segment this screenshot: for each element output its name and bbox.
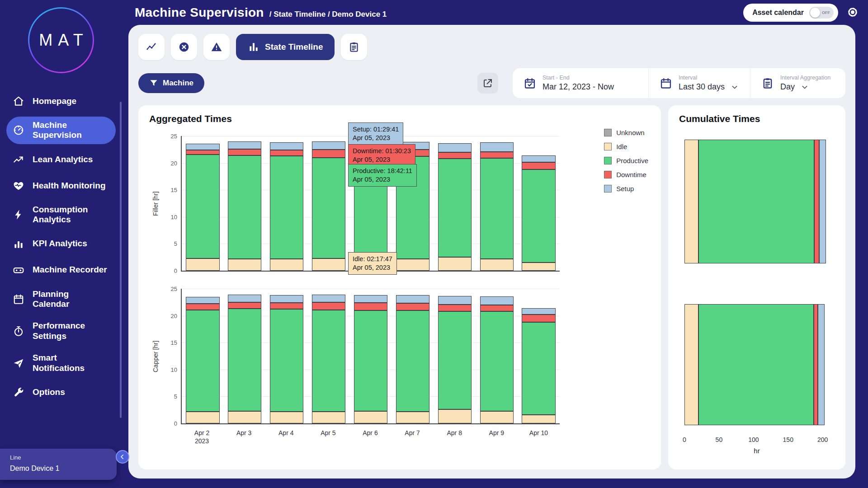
legend-item-unknown[interactable]: Unknown — [604, 129, 648, 136]
segment-productive[interactable] — [522, 322, 555, 415]
stacked-bar-apr-3[interactable] — [228, 289, 261, 423]
interval-field[interactable]: Interval Last 30 days — [648, 68, 750, 98]
segment-downtime[interactable] — [814, 304, 818, 425]
segment-idle[interactable] — [522, 263, 555, 271]
segment-downtime[interactable] — [186, 304, 219, 310]
segment-downtime[interactable] — [396, 303, 429, 310]
segment-setup[interactable] — [522, 308, 555, 314]
segment-setup[interactable] — [438, 143, 472, 152]
segment-downtime[interactable] — [438, 305, 472, 311]
tab-stops[interactable] — [171, 34, 197, 60]
segment-setup[interactable] — [312, 295, 345, 302]
stacked-bar-apr-10[interactable] — [522, 289, 555, 423]
device-card[interactable]: Line Demo Device 1 — [0, 449, 117, 480]
sidebar-item-consumption-analytics[interactable]: Consumption Analytics — [6, 201, 116, 229]
segment-downtime[interactable] — [354, 303, 387, 310]
segment-setup[interactable] — [396, 295, 429, 303]
segment-setup[interactable] — [480, 296, 514, 305]
stacked-bar-apr-8[interactable] — [438, 136, 472, 271]
segment-downtime[interactable] — [186, 150, 219, 155]
sidebar-item-health-monitoring[interactable]: Health Monitoring — [6, 175, 116, 197]
settings-gear-icon[interactable] — [846, 6, 859, 19]
sidebar-item-options[interactable]: Options — [6, 381, 116, 403]
segment-productive[interactable] — [480, 311, 514, 411]
sidebar-item-lean-analytics[interactable]: Lean Analytics — [6, 149, 116, 170]
sidebar-item-performance-settings[interactable]: Performance Settings — [6, 317, 116, 345]
stacked-bar-apr-9[interactable] — [480, 136, 514, 271]
segment-downtime[interactable] — [438, 152, 472, 159]
segment-productive[interactable] — [354, 310, 387, 411]
segment-productive[interactable] — [396, 310, 429, 412]
segment-downtime[interactable] — [480, 152, 514, 158]
segment-productive[interactable] — [522, 169, 555, 263]
segment-downtime[interactable] — [270, 303, 303, 309]
tab-trend[interactable] — [138, 34, 165, 60]
machine-filter-button[interactable]: Machine — [138, 73, 204, 93]
sidebar-item-kpi-analytics[interactable]: KPI Analytics — [6, 233, 116, 255]
segment-productive[interactable] — [270, 156, 303, 259]
segment-setup[interactable] — [818, 304, 825, 425]
segment-idle[interactable] — [684, 140, 698, 263]
segment-setup[interactable] — [186, 297, 219, 304]
segment-downtime[interactable] — [312, 150, 345, 158]
tab-state-timeline[interactable]: State Timeline — [236, 34, 335, 60]
segment-idle[interactable] — [396, 259, 429, 271]
segment-productive[interactable] — [228, 309, 261, 411]
segment-setup[interactable] — [312, 141, 345, 150]
sidebar-scrollbar[interactable] — [120, 102, 122, 418]
segment-idle[interactable] — [228, 411, 261, 423]
stacked-bar-apr-2[interactable] — [186, 136, 219, 271]
segment-productive[interactable] — [312, 310, 345, 412]
segment-productive[interactable] — [438, 311, 472, 409]
stacked-bar-apr-7[interactable] — [396, 289, 429, 423]
segment-setup[interactable] — [480, 142, 514, 151]
stacked-bar-apr-4[interactable] — [270, 289, 303, 423]
segment-setup[interactable] — [228, 295, 261, 302]
segment-downtime[interactable] — [312, 302, 345, 310]
segment-setup[interactable] — [270, 295, 303, 303]
stacked-bar-apr-6[interactable] — [354, 289, 387, 423]
stacked-bar-apr-9[interactable] — [480, 289, 514, 423]
segment-setup[interactable] — [438, 296, 472, 305]
legend-item-setup[interactable]: Setup — [604, 185, 648, 192]
legend-item-productive[interactable]: Productive — [604, 157, 648, 164]
segment-productive[interactable] — [312, 158, 345, 258]
segment-idle[interactable] — [312, 412, 345, 423]
segment-idle[interactable] — [438, 257, 472, 271]
stacked-bar-apr-5[interactable] — [312, 136, 345, 271]
segment-setup[interactable] — [228, 141, 261, 149]
export-button[interactable] — [477, 73, 498, 94]
segment-productive[interactable] — [698, 304, 814, 425]
segment-idle[interactable] — [684, 304, 698, 425]
cumulative-bar-capper[interactable] — [684, 304, 831, 425]
breadcrumb[interactable]: / State Timeline / Demo Device 1 — [269, 10, 387, 19]
segment-productive[interactable] — [698, 140, 815, 263]
segment-idle[interactable] — [396, 412, 429, 423]
stacked-bar-apr-4[interactable] — [270, 136, 303, 271]
segment-setup[interactable] — [270, 142, 303, 150]
segment-setup[interactable] — [522, 155, 555, 162]
segment-setup[interactable] — [819, 140, 826, 263]
segment-idle[interactable] — [354, 411, 387, 423]
segment-idle[interactable] — [438, 409, 472, 423]
stacked-bar-apr-5[interactable] — [312, 289, 345, 423]
cumulative-bar-filler[interactable] — [684, 140, 831, 263]
segment-setup[interactable] — [186, 144, 219, 150]
segment-productive[interactable] — [438, 159, 472, 257]
sidebar-item-machine-supervision[interactable]: Machine Supervision — [6, 117, 116, 144]
segment-downtime[interactable] — [522, 314, 555, 322]
legend-item-idle[interactable]: Idle — [604, 143, 648, 150]
segment-idle[interactable] — [228, 259, 261, 271]
sidebar-item-machine-recorder[interactable]: Machine Recorder — [6, 259, 116, 281]
sidebar-item-planning-calendar[interactable]: Planning Calendar — [6, 286, 116, 313]
sidebar-collapse-button[interactable] — [116, 450, 129, 464]
segment-downtime[interactable] — [228, 149, 261, 155]
tab-alarms[interactable] — [203, 34, 230, 60]
segment-idle[interactable] — [270, 412, 303, 423]
stacked-bar-apr-10[interactable] — [522, 136, 555, 271]
segment-downtime[interactable] — [814, 140, 819, 263]
segment-idle[interactable] — [480, 411, 514, 423]
stacked-bar-apr-8[interactable] — [438, 289, 472, 423]
segment-idle[interactable] — [312, 258, 345, 271]
segment-downtime[interactable] — [270, 150, 303, 156]
